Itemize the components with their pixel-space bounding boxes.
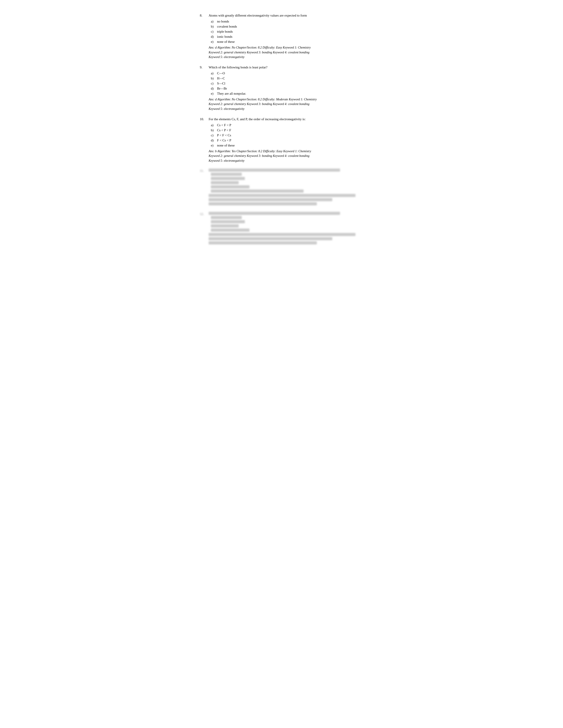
option-letter: a) bbox=[211, 71, 217, 76]
question-10: 10. For the elements Cs, F, and P, the o… bbox=[200, 117, 363, 163]
question-8-options: a) no bonds b) covalent bonds c) triple … bbox=[211, 19, 363, 44]
option-text: no bonds bbox=[217, 19, 229, 24]
question-8: 8. Atoms with greatly different electron… bbox=[200, 13, 363, 60]
option-text: triple bonds bbox=[217, 29, 233, 34]
question-12-blurred: 12. bbox=[200, 212, 363, 246]
question-9-answer-1: Ans: d Algorithm: No Chapter/Section: 8.… bbox=[209, 97, 363, 102]
question-9-options: a) C—O b) H—C c) S—Cl d) Br—Br e) They bbox=[211, 71, 363, 96]
list-item: e) none of these bbox=[211, 39, 363, 44]
list-item: b) Cs < P < F bbox=[211, 128, 363, 133]
question-9-content: Which of the following bonds is least po… bbox=[209, 65, 363, 112]
option-letter: d) bbox=[211, 34, 217, 39]
blurred-line bbox=[211, 229, 249, 232]
blurred-line bbox=[211, 185, 249, 188]
blurred-line bbox=[211, 190, 304, 193]
list-item: d) Br—Br bbox=[211, 86, 363, 91]
option-letter: d) bbox=[211, 86, 217, 91]
option-text: S—Cl bbox=[217, 81, 225, 86]
question-10-answer-2: Keyword 2: general chemistry Keyword 3: … bbox=[209, 154, 363, 158]
list-item: a) no bonds bbox=[211, 19, 363, 24]
option-letter: c) bbox=[211, 81, 217, 86]
blurred-line bbox=[209, 169, 340, 172]
question-10-content: For the elements Cs, F, and P, the order… bbox=[209, 117, 363, 163]
option-letter: b) bbox=[211, 128, 217, 133]
list-item: b) covalent bonds bbox=[211, 24, 363, 29]
list-item: c) triple bonds bbox=[211, 29, 363, 34]
list-item: d) F < Cs < P bbox=[211, 138, 363, 143]
blurred-line bbox=[209, 212, 340, 215]
question-10-text: For the elements Cs, F, and P, the order… bbox=[209, 117, 363, 122]
blurred-number-11: 11. bbox=[200, 169, 209, 206]
blurred-line bbox=[211, 173, 242, 176]
list-item: d) ionic bonds bbox=[211, 34, 363, 39]
option-text: covalent bonds bbox=[217, 24, 237, 29]
question-9-answer-2: Keyword 2: general chemistry Keyword 3: … bbox=[209, 102, 363, 106]
blurred-line bbox=[209, 233, 356, 236]
question-8-answer-3: Keyword 5: electronegativity bbox=[209, 55, 363, 59]
blurred-number-12: 12. bbox=[200, 212, 209, 246]
option-text: ionic bonds bbox=[217, 34, 232, 39]
list-item: a) C—O bbox=[211, 71, 363, 76]
option-text: C—O bbox=[217, 71, 225, 76]
blurred-line bbox=[211, 177, 245, 180]
question-9: 9. Which of the following bonds is least… bbox=[200, 65, 363, 112]
question-8-text: Atoms with greatly different electronega… bbox=[209, 13, 363, 18]
blurred-line bbox=[209, 194, 356, 197]
blurred-line bbox=[209, 202, 317, 205]
question-9-text: Which of the following bonds is least po… bbox=[209, 65, 363, 70]
list-item: c) P < F < Cs bbox=[211, 133, 363, 138]
blurred-line bbox=[211, 181, 239, 184]
option-letter: a) bbox=[211, 19, 217, 24]
option-text: P < F < Cs bbox=[217, 133, 231, 138]
list-item: a) Cs < F < P bbox=[211, 123, 363, 128]
blurred-line bbox=[211, 216, 242, 219]
list-item: b) H—C bbox=[211, 76, 363, 81]
option-text: H—C bbox=[217, 76, 225, 81]
option-text: They are all nonpolar. bbox=[217, 91, 246, 96]
option-text: none of these bbox=[217, 143, 235, 148]
list-item: e) They are all nonpolar. bbox=[211, 91, 363, 96]
option-letter: c) bbox=[211, 133, 217, 138]
question-9-answer-3: Keyword 5: electronegativity bbox=[209, 107, 363, 111]
option-letter: e) bbox=[211, 143, 217, 148]
question-11-blurred: 11. bbox=[200, 169, 363, 206]
blurred-line bbox=[209, 237, 332, 240]
option-letter: b) bbox=[211, 24, 217, 29]
blurred-line bbox=[209, 198, 332, 201]
option-letter: b) bbox=[211, 76, 217, 81]
question-10-number: 10. bbox=[200, 117, 209, 163]
question-10-answer-1: Ans: b Algorithm: Yes Chapter/Section: 8… bbox=[209, 149, 363, 154]
list-item: e) none of these bbox=[211, 143, 363, 148]
option-text: Br—Br bbox=[217, 86, 227, 91]
option-letter: d) bbox=[211, 138, 217, 143]
option-text: none of these bbox=[217, 39, 235, 44]
blurred-content-12 bbox=[209, 212, 363, 246]
option-letter: e) bbox=[211, 39, 217, 44]
question-10-answer-3: Keyword 5: electronegativity bbox=[209, 159, 363, 163]
blurred-line bbox=[211, 220, 245, 223]
blurred-content-11 bbox=[209, 169, 363, 206]
option-letter: e) bbox=[211, 91, 217, 96]
option-letter: a) bbox=[211, 123, 217, 128]
question-8-answer-2: Keyword 2: general chemistry Keyword 3: … bbox=[209, 50, 363, 55]
option-text: F < Cs < P bbox=[217, 138, 231, 143]
blurred-line bbox=[209, 241, 317, 244]
question-8-number: 8. bbox=[200, 13, 209, 60]
questions-container: 8. Atoms with greatly different electron… bbox=[200, 13, 363, 246]
option-text: Cs < F < P bbox=[217, 123, 231, 128]
blurred-line bbox=[211, 224, 239, 227]
question-10-options: a) Cs < F < P b) Cs < P < F c) P < F < C… bbox=[211, 123, 363, 148]
list-item: c) S—Cl bbox=[211, 81, 363, 86]
question-8-answer-1: Ans: d Algorithm: No Chapter/Section: 8.… bbox=[209, 45, 363, 50]
question-9-number: 9. bbox=[200, 65, 209, 112]
option-letter: c) bbox=[211, 29, 217, 34]
option-text: Cs < P < F bbox=[217, 128, 231, 133]
question-8-content: Atoms with greatly different electronega… bbox=[209, 13, 363, 60]
